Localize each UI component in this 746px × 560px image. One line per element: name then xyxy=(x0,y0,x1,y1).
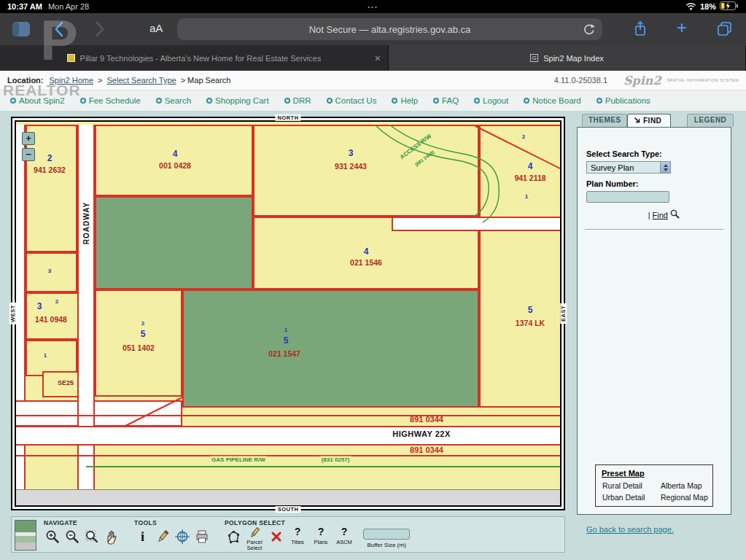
plan-number-label: Plan Number: xyxy=(586,179,731,188)
zoom-in-tool-icon[interactable] xyxy=(42,526,62,547)
menu-logout[interactable]: Logout xyxy=(474,96,508,105)
tab-spin2[interactable]: G Spin2 Map Index xyxy=(389,45,746,71)
zoom-out-tool-icon[interactable] xyxy=(62,526,82,547)
menu-contact-us[interactable]: Contact Us xyxy=(327,96,377,105)
browser-toolbar: aA Not Secure — alta.registries.gov.ab.c… xyxy=(0,13,746,45)
menu-about-spin2[interactable]: About Spin2 xyxy=(10,96,65,105)
menu-bullet-icon xyxy=(156,98,162,104)
clock: 10:37 AM xyxy=(7,2,42,11)
polygon-draw-icon[interactable] xyxy=(223,526,243,547)
reader-button[interactable]: aA xyxy=(149,22,163,34)
address-bar[interactable]: Not Secure — alta.registries.gov.ab.ca xyxy=(177,18,602,40)
tabs-overview-icon[interactable] xyxy=(716,21,733,39)
highway-plan: 891 0344 xyxy=(410,446,443,454)
buffer-size-label: Buffer Size (m) xyxy=(367,542,405,548)
preset-regional-map[interactable]: Regional Map xyxy=(661,493,713,502)
buffer-size-input[interactable] xyxy=(363,529,410,540)
sidebar-toggle-icon[interactable] xyxy=(12,21,31,40)
back-icon[interactable] xyxy=(53,20,66,41)
menu-bullet-icon xyxy=(206,98,212,104)
plan-number: 1374 LK xyxy=(516,319,545,327)
plan-number: 021 1547 xyxy=(268,349,300,358)
breadcrumb-select-search-type[interactable]: Select Search Type xyxy=(106,76,176,85)
pipeline-plan: (831 0257) xyxy=(320,456,351,463)
print-icon[interactable] xyxy=(192,526,211,547)
menu-shopping-cart[interactable]: Shopping Cart xyxy=(206,96,269,105)
compass-west: WEST xyxy=(9,303,16,324)
locate-globe-icon[interactable] xyxy=(172,526,192,547)
lot-marker: 1 xyxy=(525,193,528,200)
menu-faq[interactable]: FAQ xyxy=(433,96,459,105)
tools-section: TOOLS i xyxy=(133,518,211,551)
buffer-size-group: Buffer Size (m) xyxy=(363,526,410,548)
status-bar: 10:37 AM Mon Apr 28 ••• 18% xyxy=(0,0,746,13)
lot-number: 5 xyxy=(141,329,146,339)
sidebar-tabs: THEMES FIND LEGEND xyxy=(582,114,742,127)
menu-help[interactable]: Help xyxy=(392,96,418,105)
ipad-screen: 10:37 AM Mon Apr 28 ••• 18% aA Not Secur… xyxy=(0,0,746,560)
preset-urban-detail[interactable]: Urban Detail xyxy=(602,493,661,502)
menu-fee-schedule[interactable]: Fee Schedule xyxy=(80,96,141,105)
section-label: SE25 xyxy=(58,379,74,386)
measure-pencil-icon[interactable] xyxy=(152,526,172,547)
plans-query-tool[interactable]: ? Plans xyxy=(309,526,333,545)
ascm-query-tool[interactable]: ? ASCM xyxy=(333,526,356,545)
ascm-label: ASCM xyxy=(336,540,352,545)
search-type-select[interactable]: Survey Plan xyxy=(586,161,671,174)
map-frame: NORTH SOUTH WEST EAST xyxy=(11,117,565,510)
tab-legend[interactable]: LEGEND xyxy=(687,114,734,127)
location-label: Location: xyxy=(7,76,44,85)
plan-number: 931 2443 xyxy=(335,162,367,171)
clear-selection-icon[interactable] xyxy=(266,526,286,547)
date: Mon Apr 28 xyxy=(48,2,89,11)
lot-number: 3 xyxy=(37,301,42,311)
pan-hand-icon[interactable] xyxy=(101,526,121,547)
map-canvas[interactable]: 2 941 2632 4 001 0428 3 931 2443 4 941 2… xyxy=(16,125,562,507)
menu-bullet-icon xyxy=(474,98,480,104)
tab-themes[interactable]: THEMES xyxy=(582,114,627,127)
preset-rural-detail[interactable]: Rural Detail xyxy=(602,481,661,490)
breadcrumb-separator: > xyxy=(181,76,185,85)
plan-number: 021 1546 xyxy=(350,258,382,267)
menu-notice-board[interactable]: Notice Board xyxy=(524,96,580,105)
spin2-logo-subtext: SPATIAL INFORMATION SYSTEM xyxy=(667,78,739,82)
breadcrumb-spin2-home[interactable]: Spin2 Home xyxy=(50,76,94,85)
new-tab-button[interactable]: + xyxy=(677,18,687,38)
preset-alberta-map[interactable]: Alberta Map xyxy=(661,481,713,490)
menu-publications[interactable]: Publications xyxy=(597,96,650,105)
pipeline-label: GAS PIPELINE R/W xyxy=(210,456,267,463)
lot-number: 2 xyxy=(47,153,53,163)
address-text: Not Secure — alta.registries.gov.ab.ca xyxy=(309,24,471,35)
find-panel: Select Search Type: Survey Plan Plan Num… xyxy=(577,127,731,515)
identify-icon[interactable]: i xyxy=(133,526,152,547)
find-magnifier-icon[interactable] xyxy=(670,209,680,220)
map-viewport[interactable]: 2 941 2632 4 001 0428 3 931 2443 4 941 2… xyxy=(15,120,562,507)
zoom-out-button[interactable]: − xyxy=(22,148,35,161)
titles-question-icon: ? xyxy=(295,526,301,540)
close-tab-icon[interactable]: × xyxy=(375,52,381,64)
tab-pillar9[interactable]: Pillar 9 Technologies - Alberta's New Ho… xyxy=(0,45,389,71)
plans-question-icon: ? xyxy=(318,526,325,540)
plan-number-input[interactable] xyxy=(586,191,669,203)
titles-query-tool[interactable]: ? Titles xyxy=(286,526,309,545)
wifi-icon xyxy=(685,2,696,12)
menu-search[interactable]: Search xyxy=(156,96,191,105)
plan-number: 941 2632 xyxy=(34,166,66,174)
menu-bullet-icon xyxy=(433,98,439,104)
refresh-icon[interactable] xyxy=(582,23,595,38)
share-icon[interactable] xyxy=(633,20,648,42)
menu-bullet-icon xyxy=(524,98,529,104)
overview-map-thumbnail[interactable] xyxy=(15,520,36,551)
parcel-select-tool[interactable]: Parcel Select xyxy=(243,526,266,552)
search-sidebar: THEMES FIND LEGEND Select Search Type: S… xyxy=(573,114,742,556)
spin2-logo: Spin2 xyxy=(623,74,661,88)
tab-find[interactable]: FIND xyxy=(627,114,671,127)
search-type-value: Survey Plan xyxy=(591,163,634,172)
plan-number: 941 2118 xyxy=(514,174,545,182)
zoom-in-button[interactable]: + xyxy=(22,132,35,145)
find-button[interactable]: Find xyxy=(653,211,668,219)
zoom-extent-icon[interactable] xyxy=(82,526,101,547)
forward-icon[interactable] xyxy=(93,20,106,41)
back-to-search-link[interactable]: Go back to search page. xyxy=(586,525,674,534)
menu-drr[interactable]: DRR xyxy=(284,96,311,105)
